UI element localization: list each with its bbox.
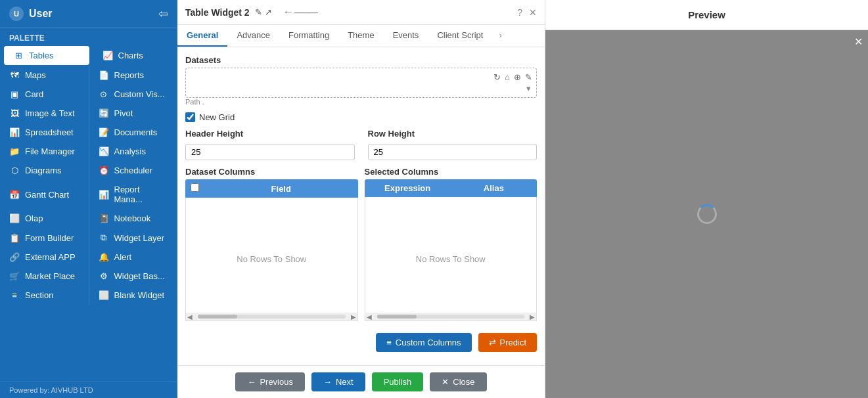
tab-formatting[interactable]: Formatting	[279, 25, 338, 47]
tab-client-script[interactable]: Client Script	[428, 25, 492, 47]
scheduler-icon: ⏰	[99, 166, 109, 175]
dataset-columns-body: No Rows To Show ◀ ▶	[185, 198, 358, 321]
sidebar-row-9: 📋 Form Builder ⧉ Widget Layer	[0, 228, 177, 248]
sidebar-item-pivot[interactable]: 🔄 Pivot	[89, 104, 178, 123]
prev-label: Previous	[260, 377, 293, 387]
sidebar-row-8: ⬜ Olap 📓 Notebook	[0, 209, 177, 228]
sidebar-item-tables[interactable]: ⊞ Tables	[4, 46, 89, 65]
sidebar-header: U User ⇦	[0, 0, 177, 28]
sidebar-item-card[interactable]: ▣ Card	[0, 85, 89, 104]
row-height-input[interactable]	[368, 144, 537, 160]
publish-button[interactable]: Publish	[372, 372, 424, 391]
tab-general[interactable]: General	[177, 25, 227, 47]
dataset-columns-header: Field	[185, 179, 358, 198]
sidebar-item-analysis[interactable]: 📉 Analysis	[89, 142, 178, 161]
expression-column-header: Expression	[365, 179, 451, 197]
dataset-scroll-right[interactable]: ▶	[351, 313, 356, 321]
title-arrow: ←——	[283, 5, 318, 19]
next-button[interactable]: → Next	[311, 372, 365, 391]
selected-scroll-thumb[interactable]	[377, 315, 417, 319]
dataset-col-checkbox[interactable]	[185, 179, 204, 198]
edit-icon[interactable]: ✎	[255, 7, 262, 17]
refresh-icon[interactable]: ↻	[493, 72, 501, 82]
predict-button[interactable]: ⇄ Predict	[478, 333, 537, 352]
sidebar-item-widget-base[interactable]: ⚙ Widget Bas...	[89, 267, 178, 286]
analysis-icon: 📉	[99, 146, 109, 156]
sidebar-item-image-text[interactable]: 🖼 Image & Text	[0, 104, 89, 123]
sidebar-row-7: 📅 Gantt Chart 📊 Report Mana...	[0, 180, 177, 209]
sidebar-item-file-manager[interactable]: 📁 File Manager	[0, 142, 89, 161]
sidebar-item-olap[interactable]: ⬜ Olap	[0, 209, 89, 228]
selected-scroll-right[interactable]: ▶	[530, 313, 535, 321]
dataset-scroll-left[interactable]: ◀	[187, 313, 193, 321]
notebook-icon: 📓	[99, 213, 109, 223]
previous-button[interactable]: ← Previous	[235, 372, 305, 391]
sidebar-item-form-builder[interactable]: 📋 Form Builder	[0, 228, 89, 248]
sidebar-item-diagrams[interactable]: ⬡ Diagrams	[0, 161, 89, 180]
selected-columns-panel: Selected Columns Expression Alias No Row…	[365, 167, 537, 321]
new-grid-checkbox[interactable]	[185, 112, 195, 122]
dataset-dropdown[interactable]	[191, 72, 531, 82]
selected-scroll-left[interactable]: ◀	[367, 313, 372, 321]
widget-layer-icon: ⧉	[99, 232, 109, 243]
new-grid-label: New Grid	[199, 112, 235, 122]
select-all-checkbox[interactable]	[191, 183, 199, 192]
sidebar-item-report-manager[interactable]: 📊 Report Mana...	[89, 180, 178, 209]
blank-widget-icon: ⬜	[99, 290, 109, 300]
sidebar-item-section[interactable]: ≡ Section	[0, 286, 89, 305]
custom-columns-button[interactable]: ≡ Custom Columns	[376, 333, 471, 352]
dataset-no-rows-text: No Rows To Show	[237, 254, 306, 264]
sidebar-item-alert[interactable]: 🔔 Alert	[89, 248, 178, 267]
sidebar-item-widget-layer[interactable]: ⧉ Widget Layer	[89, 228, 178, 248]
widget-title-right: ? ✕	[517, 7, 537, 18]
section-icon: ≡	[9, 290, 20, 300]
dataset-scroll-thumb[interactable]	[198, 315, 237, 319]
selected-scrollbar: ◀ ▶	[365, 313, 537, 321]
dataset-columns-panel: Dataset Columns Field No Rows To Show ◀	[185, 167, 358, 321]
sidebar-back-button[interactable]: ⇦	[158, 7, 168, 21]
sidebar-item-documents[interactable]: 📝 Documents	[89, 123, 178, 142]
tab-events[interactable]: Events	[384, 25, 428, 47]
row-height-group: Row Height	[368, 129, 537, 160]
documents-icon: 📝	[99, 127, 109, 137]
sidebar-item-scheduler[interactable]: ⏰ Scheduler	[89, 161, 178, 180]
close-icon: ✕	[442, 377, 449, 387]
dataset-scrollbar: ◀ ▶	[186, 313, 357, 321]
sidebar-item-maps[interactable]: 🗺 Maps	[0, 66, 89, 85]
tab-theme[interactable]: Theme	[338, 25, 383, 47]
prev-icon: ←	[247, 377, 256, 387]
sidebar-item-gantt-chart[interactable]: 📅 Gantt Chart	[0, 180, 89, 209]
sidebar-item-notebook[interactable]: 📓 Notebook	[89, 209, 178, 228]
next-label: Next	[336, 377, 354, 387]
add-icon[interactable]: ⊕	[514, 72, 521, 82]
dropdown-chevron: ▾	[526, 83, 531, 93]
widget-title-icons: ✎ ↗	[255, 7, 272, 17]
sidebar-row-1: 🗺 Maps 📄 Reports	[0, 66, 177, 85]
selected-columns-body: No Rows To Show ◀ ▶	[365, 197, 537, 321]
field-column-header: Field	[204, 180, 358, 198]
sidebar-item-charts[interactable]: 📈 Charts	[93, 45, 178, 66]
help-icon[interactable]: ?	[517, 7, 522, 18]
dataset-columns-title: Dataset Columns	[185, 167, 358, 177]
selected-no-rows-text: No Rows To Show	[416, 254, 486, 264]
edit-dataset-icon[interactable]: ✎	[525, 72, 532, 82]
sidebar-row-5: 📁 File Manager 📉 Analysis	[0, 142, 177, 161]
header-height-input[interactable]	[185, 144, 355, 160]
widget-close-icon[interactable]: ✕	[529, 7, 537, 18]
tab-more[interactable]: ›	[492, 25, 508, 47]
sidebar-item-market-place[interactable]: 🛒 Market Place	[0, 267, 89, 286]
sidebar-item-spreadsheet[interactable]: 📊 Spreadsheet	[0, 123, 89, 142]
preview-close-button[interactable]: ✕	[854, 35, 863, 48]
dataset-box: ↻ ⌂ ⊕ ✎ ▾	[185, 68, 537, 98]
predict-icon: ⇄	[489, 338, 496, 347]
close-button[interactable]: ✕ Close	[430, 372, 486, 391]
tab-advance[interactable]: Advance	[227, 25, 279, 47]
home-icon[interactable]: ⌂	[505, 72, 510, 82]
sidebar-item-reports[interactable]: 📄 Reports	[89, 66, 178, 85]
publish-label: Publish	[384, 377, 412, 387]
external-link-icon[interactable]: ↗	[265, 7, 272, 17]
sidebar-item-blank-widget[interactable]: ⬜ Blank Widget	[89, 286, 178, 305]
sidebar-item-custom-vis[interactable]: ⊙ Custom Vis...	[89, 85, 178, 104]
sidebar-item-external-app[interactable]: 🔗 External APP	[0, 248, 89, 267]
datasets-label: Datasets	[185, 55, 537, 65]
